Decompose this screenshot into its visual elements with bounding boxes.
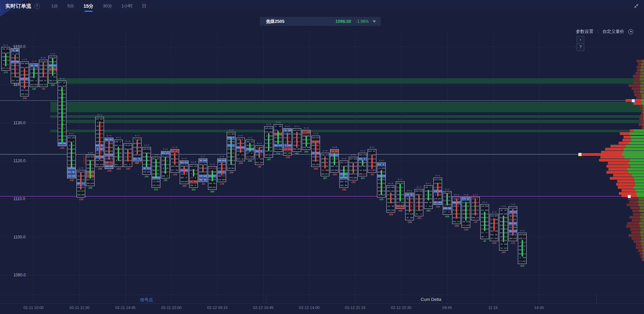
footprint-candle[interactable]: 7 × 759437237614178158134726016190303140 [30, 60, 38, 91]
footprint-candle[interactable]: 6 × 822252515549953839636816169530049922… [86, 152, 95, 190]
symbol-selector[interactable]: 焦煤2505 1098.50 -1.96% [260, 17, 381, 26]
tab-15分[interactable]: 15分 [84, 0, 94, 12]
footprint-candle[interactable]: 4 × 261839226101432935506333314944864249… [227, 129, 235, 175]
footprint-candle[interactable]: 2 × 444527644404533855213971351819810132… [358, 150, 367, 181]
pane-divider [596, 295, 597, 303]
footprint-candle[interactable]: 2 × 725026349803146242920518712011428751… [415, 186, 423, 221]
footprint-candle[interactable]: 3 × 046557563608616287217315169403653613… [208, 163, 217, 194]
footprint-candle[interactable]: 8 × 70171603269430228024344013035170287 [133, 135, 142, 166]
profile-buy-bar [640, 87, 644, 90]
bid-volume-cell: 194 [265, 153, 269, 157]
tab-30分[interactable]: 30分 [103, 0, 112, 12]
footprint-candle[interactable]: 6 × 846118544256674722390835623366363 [189, 161, 198, 192]
footprint-candle[interactable]: 7 × 651324528161865992329435283215196493… [508, 203, 517, 245]
volume-row: 198101 [359, 172, 367, 176]
candle-delta-bar [33, 67, 35, 78]
footprint-candle[interactable]: 3 × 006937404605692673543864963404742715… [274, 121, 282, 156]
footprint-candle[interactable]: 3 × 8126394478434045933963038593423580-2… [330, 146, 339, 177]
footprint-candle[interactable]: 7 × 027523525624239665983604956382132605… [462, 194, 470, 232]
help-icon[interactable]: ? [34, 3, 40, 9]
tab-1分[interactable]: 1分 [51, 0, 58, 12]
volume-row: 84430 [406, 216, 414, 220]
signal-pane-label[interactable]: 信号点 [140, 297, 153, 303]
footprint-candle[interactable]: 1 × 539438955448234241122058963833729711… [20, 58, 29, 101]
profile-sell-bar [624, 136, 631, 138]
eye-icon[interactable] [628, 29, 633, 34]
footprint-candle[interactable]: 0 × 818631425643385415918015148529450328… [321, 150, 329, 181]
volume-row: 548366 [143, 170, 151, 174]
chevron-down-icon [373, 20, 376, 23]
vertical-gridline [539, 30, 539, 303]
footprint-candle[interactable]: 6 × 260123556409603105181364836300104246… [67, 133, 76, 183]
footprint-candle[interactable]: 8 × 019315562475950571017053163221244434… [452, 194, 461, 228]
tab-日[interactable]: 日 [142, 0, 146, 12]
profile-buy-bar [640, 84, 644, 87]
settings-button[interactable]: 参数设置 [576, 29, 593, 35]
panel-help-button[interactable]: ? [577, 43, 584, 51]
footprint-candle[interactable]: 1 × 2186293334514354981270369528255 [246, 137, 254, 164]
bid-volume-cell: 369 [246, 155, 250, 159]
bid-volume-cell: 618 [227, 132, 231, 136]
footprint-candle[interactable]: 0 × 874860376514342354330516423558051328… [11, 45, 19, 88]
bid-volume-cell: 461 [190, 165, 194, 168]
expand-panel-button[interactable]: › [577, 36, 584, 44]
footprint-candle[interactable]: 1 × 318663547063461851434158557555490371… [142, 144, 151, 179]
orderflow-chart[interactable]: 1150.01140.01130.01120.01110.01100.01090… [0, 12, 644, 314]
footprint-candle[interactable]: 0 × 26206217458510115262536475183109387-… [368, 146, 376, 177]
footprint-candle[interactable]: 5 × 316802534674953002866543762105876116… [114, 137, 123, 171]
time-tick-label: 11:15 [488, 306, 498, 310]
volume-row: 0303 [424, 205, 432, 208]
bid-volume-cell: 193 [462, 224, 466, 227]
footprint-candle[interactable]: 5 × 616742246122525630919862755961437638… [349, 154, 358, 185]
ask-volume-cell: 630 [269, 127, 273, 130]
footprint-candle[interactable]: 8 × 447734233357429803921385772354071068… [58, 78, 66, 150]
footprint-candle[interactable]: 6 × 16035319940744639344275071463469370 [1, 44, 10, 75]
footprint-candle[interactable]: 2 × 63666431433417932629921480297546486-… [217, 155, 226, 186]
footprint-candle[interactable]: 7 × 454717115199182291490152535062816252… [152, 154, 160, 192]
volume-row: 62180 [67, 170, 75, 174]
footprint-candle[interactable]: 8 × 140725705348912663716253437117122525… [95, 114, 104, 171]
footprint-candle[interactable]: 5 × 6608518498589287264447583224348204 [302, 127, 311, 154]
footprint-candle[interactable]: 2 × 78362026549633714654621919660038798-… [199, 155, 207, 186]
bid-volume-cell: 186 [161, 174, 165, 178]
candle-delta-bar [43, 62, 44, 77]
profile-sell-bar [632, 87, 640, 90]
footprint-candle[interactable]: 6 × 632663057915903084135774729715384144… [264, 123, 273, 162]
candle-delta-total: -181 [56, 147, 68, 149]
footprint-candle[interactable]: 1 × 240996584138605161051139769026138957… [48, 53, 57, 87]
footprint-candle[interactable]: 5 × 215958912861505551857454053593336354… [518, 230, 527, 268]
footprint-candle[interactable]: 7 × 6170417383168590355303432531541210-4… [123, 140, 132, 171]
tab-1小时[interactable]: 1小时 [121, 0, 132, 12]
candle-delta-bar [71, 142, 72, 169]
footprint-candle[interactable]: 3 × 233638737549545256616203623355064810… [490, 211, 498, 245]
candle-delta-total: 287 [319, 177, 331, 179]
cum-delta-pane-label[interactable]: Cum Delta [421, 297, 441, 302]
footprint-candle[interactable]: 4 × 405454025601710105601194-56 [255, 142, 264, 170]
ask-volume-cell: 387 [494, 214, 498, 218]
footprint-candle[interactable]: 1 × 341687493865673417320632839431755-20… [170, 146, 179, 177]
profile-buy-bar [635, 189, 644, 192]
footprint-candle[interactable]: 1 × 726601112814312781097452361608216-75 [471, 194, 480, 225]
bid-volume-cell: 498 [424, 201, 428, 205]
footprint-candle[interactable]: 3 × 732103495065281265303781623366401324… [377, 160, 386, 202]
footprint-candle[interactable]: 5 × 615162404164182433223142304506055946… [339, 158, 348, 192]
custom-volume-price-button[interactable]: 自定义量价 [602, 29, 624, 35]
price-tick-label: 1120.0 [13, 159, 25, 163]
footprint-candle[interactable]: 7 × 020327525325240482581423575661945241… [311, 133, 320, 171]
footprint-candle[interactable]: 7 × 549632944405134663361525784637246156… [499, 205, 508, 255]
footprint-candle[interactable]: 5 × 739941163824523094228133561475194156… [396, 178, 405, 213]
candle-delta-total: -258 [9, 84, 21, 86]
profile-sell-bar [630, 129, 634, 132]
footprint-candle[interactable]: 2 × 15821477228963734043028823645799416 [443, 188, 451, 219]
footprint-candle[interactable]: 5 × 113656655235050463255547515032250658… [480, 201, 489, 243]
footprint-candle[interactable]: 5 × 621912815125653318219552401423752575… [433, 175, 442, 209]
price-tick-label: 1100.0 [13, 235, 25, 239]
footprint-candle[interactable]: 1 × 836611632284541415150048953389504636… [76, 167, 85, 201]
volume-row: 5090 [105, 161, 113, 165]
footprint-candle[interactable]: 5 × 11360413129029176296498930303435 [424, 182, 433, 213]
footprint-candle[interactable]: 5 × 33414123865782218141733830249587-330 [180, 158, 189, 188]
ask-volume-cell: 635 [147, 147, 151, 151]
footprint-candle[interactable]: 5 × 358231245252215703343338291662811867… [161, 148, 170, 183]
tab-5分[interactable]: 5分 [67, 0, 74, 12]
volume-row: 186635 [143, 147, 151, 151]
